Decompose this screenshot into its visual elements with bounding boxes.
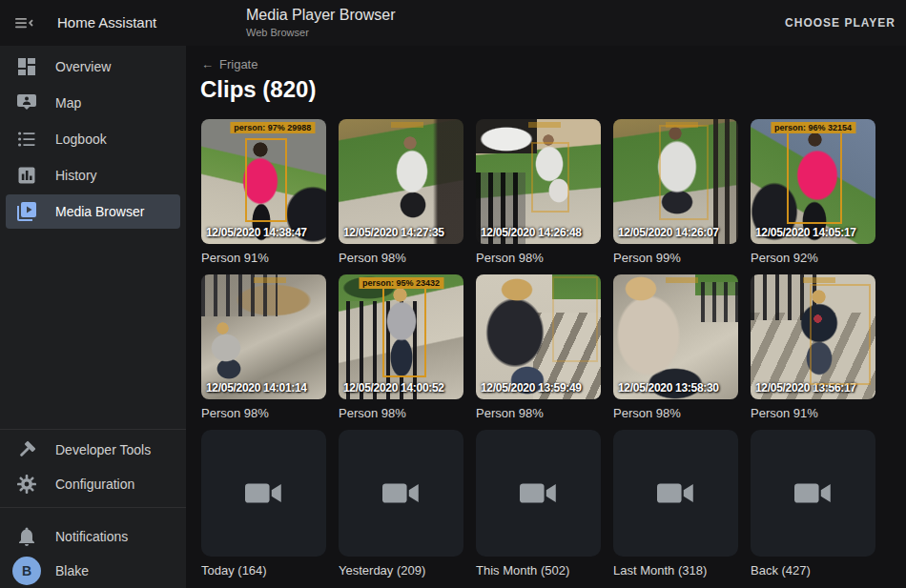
clip-timestamp: 12/05/2020 14:38:47	[206, 226, 307, 239]
choose-player-button[interactable]: CHOOSE PLAYER	[785, 0, 896, 46]
cog-icon	[15, 473, 38, 496]
folder-card[interactable]: Back (427)	[751, 430, 875, 578]
header-title-block: Media Player Browser Web Browser	[246, 7, 396, 38]
bell-icon	[15, 525, 38, 548]
sidebar-item-label: Logbook	[55, 132, 107, 147]
sidebar-item-label: Developer Tools	[55, 442, 151, 457]
folder-label: This Month (502)	[476, 563, 601, 578]
folder-thumbnail[interactable]	[613, 430, 738, 557]
folder-label: Yesterday (209)	[339, 563, 463, 578]
clip-caption: Person 92%	[751, 251, 875, 265]
detection-label: person: 97% 29988	[230, 122, 315, 133]
video-camera-icon	[794, 480, 833, 506]
sidebar-item-overview[interactable]: Overview	[6, 50, 180, 84]
folder-card[interactable]: Yesterday (209)	[339, 430, 463, 578]
sidebar-divider	[0, 507, 186, 508]
clip-card[interactable]: 12/05/2020 14:27:35 Person 98%	[339, 119, 463, 265]
clip-card[interactable]: 12/05/2020 14:26:48 Person 98%	[476, 119, 601, 265]
clip-caption: Person 91%	[201, 251, 326, 265]
app-root: Home Assistant Media Player Browser Web …	[0, 0, 906, 588]
avatar: B	[12, 557, 41, 585]
folder-label: Today (164)	[201, 563, 326, 578]
sidebar-item-label: Configuration	[55, 476, 134, 492]
clip-card[interactable]: person: 95% 23432 12/05/2020 14:00:52 Pe…	[339, 274, 463, 420]
folder-label: Back (427)	[751, 563, 875, 578]
clip-caption: Person 98%	[476, 251, 601, 265]
header-title: Media Player Browser	[246, 7, 396, 24]
clip-caption: Person 98%	[339, 406, 463, 420]
sidebar-item-media-browser[interactable]: Media Browser	[6, 194, 180, 229]
sidebar-item-label: Notifications	[55, 529, 128, 544]
folder-card[interactable]: Last Month (318)	[613, 430, 738, 578]
profile-name: Blake	[55, 563, 89, 578]
folder-thumbnail[interactable]	[201, 430, 326, 557]
view-dashboard-icon	[15, 55, 38, 78]
clip-thumbnail-woman-black-hoodie-steps[interactable]: 12/05/2020 13:59:49	[476, 274, 601, 399]
sidebar-item-configuration[interactable]: Configuration	[6, 467, 180, 501]
folder-thumbnail[interactable]	[339, 430, 463, 557]
sidebar-divider	[0, 429, 186, 430]
sidebar-item-logbook[interactable]: Logbook	[6, 122, 180, 156]
menu-open-icon	[12, 11, 35, 34]
clips-grid: person: 97% 29988 12/05/2020 14:38:47 Pe…	[201, 119, 878, 578]
top-bar: Home Assistant Media Player Browser Web …	[0, 0, 906, 46]
clip-card[interactable]: 12/05/2020 14:26:07 Person 99%	[613, 119, 738, 265]
video-camera-icon	[657, 480, 695, 506]
hammer-icon	[15, 438, 38, 461]
header-subtitle: Web Browser	[246, 27, 396, 38]
video-camera-icon	[382, 480, 421, 506]
sidebar-item-map[interactable]: Map	[6, 86, 180, 120]
sidebar-item-history[interactable]: History	[6, 158, 180, 193]
page-title: Clips (820)	[200, 76, 316, 103]
sidebar-item-profile[interactable]: B Blake	[6, 554, 180, 588]
folder-thumbnail[interactable]	[751, 430, 875, 557]
chart-box-icon	[15, 164, 38, 187]
clip-timestamp: 12/05/2020 14:00:52	[343, 381, 444, 395]
sidebar-item-label: History	[55, 168, 97, 183]
breadcrumb-label: Frigate	[219, 57, 257, 71]
clip-card[interactable]: 12/05/2020 13:56:17 Person 91%	[751, 274, 875, 420]
folder-label: Last Month (318)	[613, 563, 738, 578]
clip-timestamp: 12/05/2020 14:26:48	[481, 226, 582, 239]
sidebar-item-developer-tools[interactable]: Developer Tools	[6, 433, 180, 467]
sidebar-item-notifications[interactable]: Notifications	[6, 519, 180, 554]
clip-card[interactable]: person: 96% 32154 12/05/2020 14:05:17 Pe…	[751, 119, 875, 265]
clip-thumbnail-toddler-navy-sweatshirt-patio[interactable]: 12/05/2020 13:56:17	[751, 274, 875, 399]
folder-thumbnail[interactable]	[476, 430, 601, 557]
detection-label: person: 96% 32154	[771, 122, 855, 133]
clip-card[interactable]: person: 97% 29988 12/05/2020 14:38:47 Pe…	[201, 119, 326, 265]
play-box-multiple-icon	[15, 200, 38, 223]
breadcrumb-back[interactable]: ←Frigate	[201, 57, 257, 71]
video-camera-icon	[245, 480, 283, 506]
clip-thumbnail-man-white-shirt-porch-steps[interactable]: 12/05/2020 14:27:35	[339, 119, 463, 244]
clip-thumbnail-woman-pink-jacket-stroller-street[interactable]: person: 96% 32154 12/05/2020 14:05:17	[751, 119, 875, 244]
video-camera-icon	[520, 480, 558, 506]
menu-toggle-button[interactable]	[12, 11, 35, 34]
clip-thumbnail-woman-beige-sweater-bag[interactable]: 12/05/2020 13:58:30	[613, 274, 738, 399]
sidebar-item-label: Overview	[55, 59, 111, 74]
clip-caption: Person 98%	[476, 406, 601, 420]
detection-bounding-box	[810, 284, 871, 385]
clip-thumbnail-man-by-garage-white-car[interactable]: 12/05/2020 14:26:48	[476, 119, 601, 244]
tooltip-account-icon	[15, 91, 38, 114]
clip-thumbnail-man-back-white-shirt-walkway[interactable]: 12/05/2020 14:26:07	[613, 119, 738, 244]
folder-card[interactable]: Today (164)	[201, 430, 326, 578]
app-title: Home Assistant	[57, 0, 156, 46]
clip-thumbnail-toddler-near-gate-concrete[interactable]: 12/05/2020 14:01:14	[201, 274, 326, 399]
clip-card[interactable]: 12/05/2020 14:01:14 Person 98%	[201, 274, 326, 420]
clip-caption: Person 98%	[339, 251, 463, 265]
detection-bounding-box	[659, 125, 709, 220]
folder-card[interactable]: This Month (502)	[476, 430, 601, 578]
clip-thumbnail-toddler-at-metal-gate[interactable]: person: 95% 23432 12/05/2020 14:00:52	[339, 274, 463, 399]
media-browser-panel: ←Frigate Clips (820) person: 97% 29988 1…	[186, 46, 906, 588]
detection-bounding-box	[382, 284, 426, 377]
clip-timestamp: 12/05/2020 13:58:30	[618, 381, 719, 395]
clip-timestamp: 12/05/2020 14:01:14	[206, 381, 307, 395]
clip-thumbnail-woman-pink-jacket-stroller-sidewalk[interactable]: person: 97% 29988 12/05/2020 14:38:47	[201, 119, 326, 244]
clip-card[interactable]: 12/05/2020 13:58:30 Person 98%	[613, 274, 738, 420]
sidebar-item-label: Map	[55, 95, 81, 111]
clip-card[interactable]: 12/05/2020 13:59:49 Person 98%	[476, 274, 601, 420]
clip-timestamp: 12/05/2020 14:26:07	[618, 226, 719, 239]
clip-timestamp: 12/05/2020 13:59:49	[481, 381, 582, 395]
detection-bounding-box	[787, 129, 842, 224]
